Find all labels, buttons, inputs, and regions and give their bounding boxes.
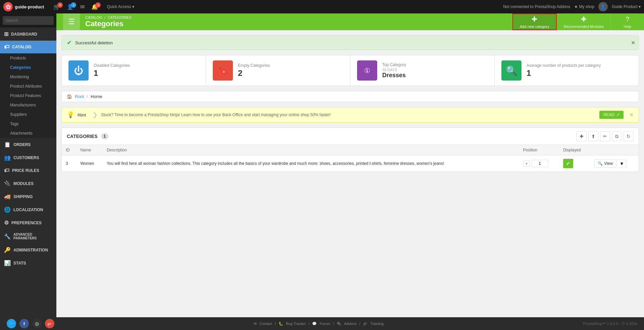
top-category-label: Top Category <box>382 62 406 67</box>
sidebar-label-price-rules: PRICE RULES <box>12 168 39 173</box>
sidebar-item-orders[interactable]: 📋 ORDERS <box>0 138 56 151</box>
sidebar-item-customers[interactable]: 👥 CUSTOMERS <box>0 151 56 164</box>
hint-icon: 💡 <box>67 111 74 119</box>
recommended-modules-button[interactable]: ✚ Recommended Modules <box>557 13 610 30</box>
root-link[interactable]: Root <box>75 94 84 99</box>
breadcrumb-catalog[interactable]: CATALOG <box>85 15 102 19</box>
orders-icon: 📋 <box>4 141 11 148</box>
empty-categories-info: Empty Categories 2 <box>238 63 270 78</box>
administration-icon: 🔑 <box>4 247 11 253</box>
person-badge: 1 <box>71 2 76 8</box>
time-label: ⏱ 0.353s <box>622 322 637 326</box>
my-shop-link[interactable]: ★ My shop <box>574 4 594 9</box>
position-input[interactable] <box>532 160 548 167</box>
table-refresh-button[interactable]: ↻ <box>624 131 634 141</box>
current-page-label: Home <box>91 94 102 99</box>
add-new-category-button[interactable]: ✚ Add new category <box>512 13 557 30</box>
cart-icon[interactable]: 🛒5 <box>51 2 63 11</box>
avg-products-info: Average number of products per category … <box>527 63 601 78</box>
mail-icon[interactable]: ✉ <box>78 2 87 11</box>
google-plus-icon[interactable]: g+ <box>45 319 54 328</box>
sidebar-item-localization[interactable]: 🌐 LOCALIZATION <box>0 203 56 216</box>
hint-close-button[interactable]: ✕ <box>630 112 634 117</box>
col-id-header: ID <box>62 145 76 155</box>
table-title-label: CATEGORIES <box>67 134 98 139</box>
displayed-check-button[interactable]: ✔ <box>563 159 573 168</box>
training-link[interactable]: Training <box>370 322 384 326</box>
customers-icon: 👥 <box>4 154 11 161</box>
sidebar-item-price-rules[interactable]: 🏷 PRICE RULES <box>0 164 56 177</box>
user-avatar: 👤 <box>598 2 608 11</box>
person-icon[interactable]: 👤1 <box>64 2 76 11</box>
sidebar-item-categories[interactable]: Categories <box>0 63 56 72</box>
view-icon: 🔍 <box>598 161 603 166</box>
main-layout: ⊞ DASHBOARD 🏷 CATALOG Products Categorie… <box>0 13 644 317</box>
bell-icon[interactable]: 🔔4 <box>89 2 101 11</box>
sidebar-label-stats: STATS <box>13 261 26 266</box>
bug-tracker-link[interactable]: Bug Tracker <box>286 322 306 326</box>
page-icon: ☰ <box>63 13 80 30</box>
view-button[interactable]: 🔍 View <box>594 159 616 168</box>
twitter-icon[interactable]: 🐦 <box>7 319 16 328</box>
disabled-categories-icon: ⏻ <box>68 60 89 81</box>
user-menu[interactable]: Guide Product ▾ <box>612 4 641 9</box>
not-connected-label: Not connected to PrestaShop Addons <box>503 4 570 9</box>
read-button[interactable]: READ ↗ <box>599 111 624 119</box>
sidebar-item-monitoring[interactable]: Monitoring <box>0 72 56 82</box>
facebook-icon[interactable]: f <box>19 319 29 328</box>
training-icon: 🎓 <box>363 322 368 326</box>
sidebar-item-manufacturers[interactable]: Manufacturers <box>0 100 56 110</box>
sidebar-item-catalog[interactable]: 🏷 CATALOG <box>0 41 56 53</box>
row-actions: 🔍 View ▼ <box>590 155 639 172</box>
sidebar-item-modules[interactable]: 🔌 MODULES <box>0 177 56 190</box>
brand: 🌸 guide-product <box>3 2 44 11</box>
top-nav-right: Not connected to PrestaShop Addons ★ My … <box>503 2 641 11</box>
table-count-badge: 1 <box>101 133 109 139</box>
sidebar-item-product-features[interactable]: Product Features <box>0 91 56 100</box>
alert-message: Successful deletion <box>75 40 113 45</box>
row-position: + <box>519 155 559 172</box>
github-icon[interactable]: ◎ <box>32 319 42 328</box>
forum-link[interactable]: Forum <box>319 322 330 326</box>
sidebar-label-orders: ORDERS <box>13 142 31 147</box>
sidebar-item-dashboard[interactable]: ⊞ DASHBOARD <box>0 28 56 41</box>
catalog-submenu: Products Categories Monitoring Product A… <box>0 53 56 138</box>
table-header-row: ID Name Description Position Displayed <box>62 145 639 155</box>
sidebar-item-attachments[interactable]: Attachments <box>0 129 56 138</box>
stat-card-top-category: ① Top Category 30 DAYS Dresses <box>350 55 495 86</box>
preferences-icon: ⚙ <box>4 220 9 226</box>
sidebar-item-suppliers[interactable]: Suppliers <box>0 110 56 119</box>
sidebar-item-products[interactable]: Products <box>0 53 56 63</box>
contact-link[interactable]: Contact <box>259 322 272 326</box>
quick-access-button[interactable]: Quick Access ▾ <box>104 3 137 10</box>
modules-icon: 🔌 <box>4 180 11 187</box>
bell-badge: 4 <box>95 2 101 8</box>
view-dropdown-button[interactable]: ▼ <box>617 159 626 168</box>
table-copy-button[interactable]: ⧉ <box>612 131 622 141</box>
catalog-icon: 🏷 <box>4 44 9 50</box>
sidebar-item-advanced-parameters[interactable]: 🔧 ADVANCED PARAMETERS <box>0 229 56 243</box>
table-add-button[interactable]: ✚ <box>577 131 587 141</box>
top-category-icon: ① <box>357 60 377 81</box>
sidebar-item-administration[interactable]: 🔑 ADMINISTRATION <box>0 243 56 256</box>
breadcrumb-categories: CATEGORIES <box>107 15 131 19</box>
hint-bar: 💡 Hint ❯ Stuck? Time to become a PrestaS… <box>61 107 639 123</box>
avg-products-label: Average number of products per category <box>527 63 601 68</box>
table-edit-button[interactable]: ✏ <box>600 131 610 141</box>
table-export-button[interactable]: ⬆ <box>588 131 598 141</box>
position-up-button[interactable]: + <box>523 160 530 167</box>
sidebar-item-stats[interactable]: 📊 STATS <box>0 256 56 270</box>
addons-link[interactable]: Addons <box>344 322 356 326</box>
sidebar-label-preferences: PREFERENCES <box>11 221 42 225</box>
help-button[interactable]: ? Help <box>610 13 644 30</box>
sidebar-item-product-attributes[interactable]: Product Attributes <box>0 82 56 91</box>
sidebar-item-preferences[interactable]: ⚙ PREFERENCES <box>0 216 56 229</box>
empty-categories-icon: 🔖 <box>213 60 233 81</box>
alert-close-button[interactable]: ✕ <box>631 40 635 46</box>
sidebar-item-tags[interactable]: Tags <box>0 119 56 129</box>
help-label: Help <box>624 25 631 29</box>
sidebar-label-advanced-parameters: ADVANCED PARAMETERS <box>13 233 52 240</box>
search-input[interactable] <box>3 16 54 25</box>
sidebar-item-shipping[interactable]: 🚚 SHIPPING <box>0 190 56 203</box>
sidebar-label-administration: ADMINISTRATION <box>13 248 48 252</box>
